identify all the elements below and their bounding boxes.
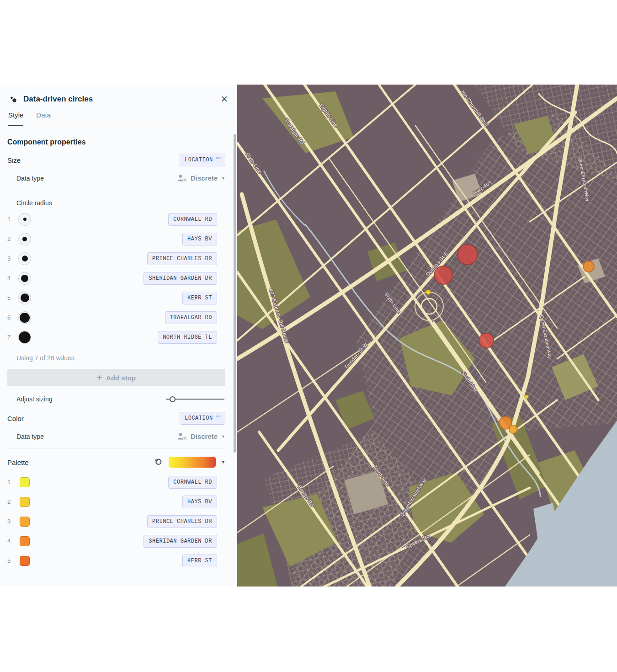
color-swatch[interactable] <box>20 497 30 507</box>
stop-index: 5 <box>7 294 18 301</box>
stop-index: 3 <box>7 255 18 262</box>
color-field-chip[interactable]: LOCATION”” <box>180 412 225 425</box>
stop-value-chip[interactable]: CORNWALL RD <box>168 476 217 489</box>
divider <box>7 190 225 190</box>
color-swatch[interactable] <box>20 517 30 527</box>
radius-swatch[interactable] <box>18 292 31 304</box>
plus-icon: + <box>97 373 102 383</box>
stop-index: 1 <box>7 479 18 485</box>
data-driven-circles-icon <box>9 95 17 103</box>
panel-header: Data-driven circles × <box>0 85 237 107</box>
slider-handle[interactable] <box>170 396 176 402</box>
map-canvas[interactable]: Eighth-LineTrafalgar-RdSixth-Lineton-Chu… <box>237 85 617 587</box>
palette-stop-row: 1 CORNWALL RD <box>7 472 225 492</box>
map-data-circle[interactable] <box>509 425 517 433</box>
palette-stop-row: 3 PRINCE CHARLES DR <box>7 512 225 531</box>
stop-index: 6 <box>7 314 18 321</box>
close-icon[interactable]: × <box>221 93 228 105</box>
palette-label: Palette <box>7 459 29 466</box>
stop-value-chip[interactable]: KERR ST <box>182 555 217 567</box>
radius-swatch[interactable] <box>18 213 31 226</box>
color-swatch[interactable] <box>20 536 30 546</box>
size-data-type-dropdown[interactable]: Discrete ▼ <box>177 174 225 182</box>
add-stop-button[interactable]: + Add stop <box>7 369 225 386</box>
stop-index: 7 <box>7 334 18 341</box>
map-data-circle[interactable] <box>525 395 528 399</box>
section-heading: Component properties <box>7 138 225 146</box>
color-data-type-dropdown[interactable]: Discrete ▼ <box>177 432 225 441</box>
stop-value-chip[interactable]: KERR ST <box>182 292 217 304</box>
stop-index: 1 <box>7 216 18 223</box>
size-field-chip[interactable]: LOCATION”” <box>180 154 225 166</box>
palette-stop-row: 4 SHERIDAN GARDEN DR <box>7 531 225 551</box>
tab-bar: Style Data <box>0 107 237 126</box>
quotes-icon: ”” <box>216 157 220 163</box>
discrete-type-icon <box>177 432 187 441</box>
radius-swatch[interactable] <box>18 311 31 324</box>
map-data-circle[interactable] <box>434 266 452 284</box>
circle-radius-label: Circle radius <box>16 199 52 207</box>
stop-index: 2 <box>7 498 18 505</box>
color-label: Color <box>7 415 24 422</box>
stop-value-chip[interactable]: CORNWALL RD <box>168 213 217 226</box>
stop-value-chip[interactable]: PRINCE CHARLES DR <box>147 252 217 265</box>
stop-value-chip[interactable]: TRAFALGAR RD <box>165 311 217 324</box>
radius-stop-row: 6 TRAFALGAR RD <box>7 308 225 327</box>
radius-stop-row: 7 NORTH RIDGE TL <box>7 327 225 347</box>
size-label: Size <box>7 156 21 164</box>
radius-swatch[interactable] <box>18 331 31 344</box>
stop-value-chip[interactable]: SHERIDAN GARDEN DR <box>144 272 217 285</box>
adjust-sizing-label: Adjust sizing <box>16 395 53 403</box>
divider <box>7 448 225 448</box>
stop-value-chip[interactable]: SHERIDAN GARDEN DR <box>144 535 217 548</box>
stop-value-chip[interactable]: HAYS BV <box>182 496 217 508</box>
map-data-circle[interactable] <box>583 261 594 272</box>
palette-stop-row: 5 KERR ST <box>7 551 225 571</box>
quotes-icon: ”” <box>216 415 220 421</box>
radius-stop-row: 5 KERR ST <box>7 288 225 308</box>
radius-stop-row: 1 CORNWALL RD <box>7 209 225 229</box>
color-swatch[interactable] <box>20 556 30 566</box>
data-type-value: Discrete <box>191 174 218 182</box>
stop-index: 2 <box>7 235 18 242</box>
adjust-sizing-slider[interactable] <box>166 395 224 403</box>
panel-title: Data-driven circles <box>23 95 215 104</box>
radius-stop-row: 3 PRINCE CHARLES DR <box>7 249 225 268</box>
chevron-down-icon: ▼ <box>221 176 225 181</box>
style-panel: Data-driven circles × Style Data Compone… <box>0 85 237 587</box>
color-swatch[interactable] <box>20 477 30 487</box>
size-data-type-label: Data type <box>16 175 44 182</box>
data-type-value: Discrete <box>191 432 218 440</box>
radius-swatch[interactable] <box>18 272 31 285</box>
editor-window: Data-driven circles × Style Data Compone… <box>0 85 617 587</box>
tab-style[interactable]: Style <box>8 111 23 126</box>
radius-stop-row: 2 HAYS BV <box>7 229 225 249</box>
stop-value-chip[interactable]: HAYS BV <box>182 233 217 245</box>
chevron-down-icon: ▼ <box>221 434 225 439</box>
color-data-type-label: Data type <box>16 433 44 440</box>
radius-swatch[interactable] <box>18 252 31 265</box>
radius-swatch[interactable] <box>18 233 31 245</box>
discrete-type-icon <box>177 174 187 182</box>
stop-index: 5 <box>7 557 18 564</box>
stop-value-chip[interactable]: PRINCE CHARLES DR <box>147 515 217 528</box>
panel-content: Component properties Size LOCATION”” Dat… <box>0 138 237 571</box>
palette-gradient-swatch[interactable] <box>169 457 216 468</box>
stop-index: 4 <box>7 538 18 544</box>
stop-index: 3 <box>7 518 18 525</box>
map[interactable]: Eighth-LineTrafalgar-RdSixth-Lineton-Chu… <box>237 85 617 587</box>
panel-scrollbar[interactable] <box>234 134 236 453</box>
palette-stop-row: 2 HAYS BV <box>7 492 225 512</box>
circle-radius-list: 1 CORNWALL RD 2 HAYS BV 3 PRINCE CHARLES… <box>7 209 225 347</box>
map-data-circle[interactable] <box>426 290 431 294</box>
stop-value-chip[interactable]: NORTH RIDGE TL <box>158 331 217 344</box>
usage-note: Using 7 of 28 values <box>16 354 225 362</box>
map-data-circle[interactable] <box>479 333 494 348</box>
reset-palette-icon[interactable] <box>154 458 162 466</box>
chevron-down-icon[interactable]: ▼ <box>221 460 225 464</box>
radius-stop-row: 4 SHERIDAN GARDEN DR <box>7 268 225 288</box>
tab-data[interactable]: Data <box>36 111 51 126</box>
palette-stop-list: 1 CORNWALL RD 2 HAYS BV 3 PRINCE CHARLES… <box>7 472 225 571</box>
stop-index: 4 <box>7 275 18 282</box>
map-data-circle[interactable] <box>457 245 478 265</box>
